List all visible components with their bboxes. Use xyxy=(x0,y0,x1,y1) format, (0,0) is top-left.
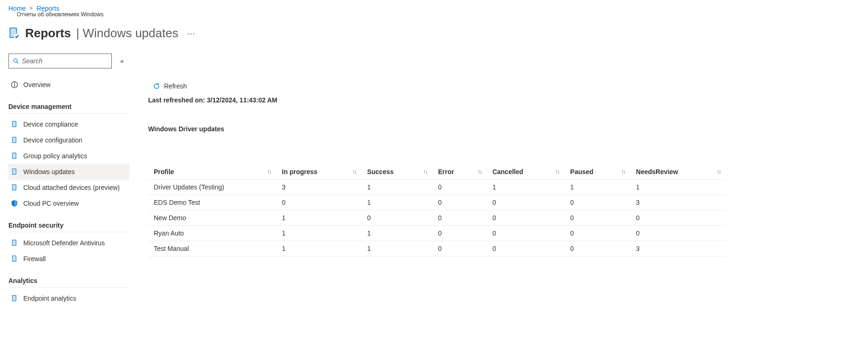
col-needsreview-label: NeedsReview xyxy=(636,168,678,175)
page-title-strong: Reports xyxy=(25,26,71,40)
cell-success: 0 xyxy=(362,210,432,226)
cell-paused: 0 xyxy=(565,226,630,241)
cell-inprogress: 1 xyxy=(276,226,362,241)
cell-success: 1 xyxy=(362,180,432,195)
section-analytics: Analytics xyxy=(8,277,130,288)
col-profile-label: Profile xyxy=(154,168,174,175)
section-endpoint-security: Endpoint security xyxy=(8,222,130,232)
more-actions-button[interactable]: ⋯ xyxy=(183,27,200,40)
document-icon xyxy=(10,168,19,175)
cell-inprogress: 1 xyxy=(276,241,362,256)
cell-success: 1 xyxy=(362,226,432,241)
driver-updates-table: Profile↑↓ In progress↑↓ Success↑↓ Error↑… xyxy=(148,164,726,256)
document-icon xyxy=(10,255,19,263)
nav-group-policy-analytics[interactable]: Group policy analytics xyxy=(8,148,130,164)
subcaption: Отчеты об обновлениях Windows xyxy=(17,11,860,18)
cell-error: 0 xyxy=(432,226,487,241)
nav-defender-antivirus-label: Microsoft Defender Antivirus xyxy=(23,239,105,247)
cell-cancelled: 0 xyxy=(487,210,565,226)
cell-paused: 0 xyxy=(565,210,630,226)
sort-icon: ↑↓ xyxy=(717,168,720,175)
cell-cancelled: 0 xyxy=(487,241,565,256)
table-row[interactable]: Test Manual110003 xyxy=(148,241,726,256)
col-paused[interactable]: Paused↑↓ xyxy=(565,164,630,180)
cell-profile: Test Manual xyxy=(148,241,276,256)
document-icon xyxy=(10,152,19,160)
col-inprogress[interactable]: In progress↑↓ xyxy=(276,164,362,180)
nav-device-configuration-label: Device configuration xyxy=(23,136,82,144)
nav-defender-antivirus[interactable]: Microsoft Defender Antivirus xyxy=(8,235,130,251)
refresh-label: Refresh xyxy=(164,82,187,90)
cell-profile: New Demo xyxy=(148,210,276,226)
table-row[interactable]: Ryan Auto110000 xyxy=(148,226,726,241)
col-success-label: Success xyxy=(367,168,394,175)
reports-header-icon xyxy=(7,27,21,40)
cell-inprogress: 0 xyxy=(276,195,362,210)
search-input[interactable] xyxy=(22,57,108,65)
info-icon xyxy=(10,81,19,88)
table-row[interactable]: EDS Demo Test010003 xyxy=(148,195,726,210)
col-needsreview[interactable]: NeedsReview↑↓ xyxy=(630,164,726,180)
search-box[interactable] xyxy=(8,54,112,68)
sort-icon: ↑↓ xyxy=(478,168,481,175)
sort-icon: ↑↓ xyxy=(352,168,356,175)
sort-icon: ↑↓ xyxy=(621,168,625,175)
cell-needsreview: 0 xyxy=(630,210,726,226)
cell-paused: 1 xyxy=(565,180,630,195)
page-title: Reports | Windows updates xyxy=(25,26,178,40)
nav-overview[interactable]: Overview xyxy=(8,77,130,93)
collapse-sidebar-button[interactable]: « xyxy=(118,57,126,65)
chevron-right-icon: > xyxy=(29,5,33,12)
col-error[interactable]: Error↑↓ xyxy=(432,164,487,180)
cell-needsreview: 3 xyxy=(630,195,726,210)
col-cancelled[interactable]: Cancelled↑↓ xyxy=(487,164,565,180)
nav-endpoint-analytics-label: Endpoint analytics xyxy=(23,295,76,302)
nav-cloud-pc-overview-label: Cloud PC overview xyxy=(23,200,79,207)
sort-icon: ↑↓ xyxy=(267,168,271,175)
page-title-light: | Windows updates xyxy=(76,26,178,40)
document-icon xyxy=(10,295,19,302)
refresh-button[interactable]: Refresh xyxy=(153,82,860,90)
col-error-label: Error xyxy=(438,168,454,175)
table-row[interactable]: Driver Updates (Testing)310111 xyxy=(148,180,726,195)
nav-firewall-label: Firewall xyxy=(23,255,46,263)
col-inprogress-label: In progress xyxy=(282,168,317,175)
nav-firewall[interactable]: Firewall xyxy=(8,251,130,267)
cell-error: 0 xyxy=(432,180,487,195)
cell-paused: 0 xyxy=(565,195,630,210)
nav-device-compliance-label: Device compliance xyxy=(23,121,78,128)
last-refreshed-label: Last refreshed on: xyxy=(148,96,207,104)
refresh-icon xyxy=(153,82,160,90)
nav-cloud-attached-devices[interactable]: Cloud attached devices (preview) xyxy=(8,180,130,195)
col-success[interactable]: Success↑↓ xyxy=(362,164,432,180)
cell-needsreview: 1 xyxy=(630,180,726,195)
cell-cancelled: 0 xyxy=(487,226,565,241)
col-profile[interactable]: Profile↑↓ xyxy=(148,164,276,180)
nav-group-policy-analytics-label: Group policy analytics xyxy=(23,152,87,160)
cell-profile: Driver Updates (Testing) xyxy=(148,180,276,195)
table-title: Windows Driver updates xyxy=(148,125,860,133)
nav-device-configuration[interactable]: Device configuration xyxy=(8,132,130,148)
search-icon xyxy=(13,58,19,64)
cloud-icon xyxy=(10,200,19,207)
cell-needsreview: 0 xyxy=(630,226,726,241)
cell-success: 1 xyxy=(362,195,432,210)
last-refreshed: Last refreshed on: 3/12/2024, 11:43:02 A… xyxy=(148,96,860,104)
col-paused-label: Paused xyxy=(570,168,594,175)
nav-windows-updates[interactable]: Windows updates xyxy=(8,164,130,180)
col-cancelled-label: Cancelled xyxy=(492,168,523,175)
sort-icon: ↑↓ xyxy=(423,168,427,175)
cell-inprogress: 3 xyxy=(276,180,362,195)
nav-windows-updates-label: Windows updates xyxy=(23,168,75,175)
cell-error: 0 xyxy=(432,195,487,210)
nav-overview-label: Overview xyxy=(23,81,50,88)
cell-cancelled: 1 xyxy=(487,180,565,195)
table-row[interactable]: New Demo100000 xyxy=(148,210,726,226)
nav-device-compliance[interactable]: Device compliance xyxy=(8,116,130,132)
last-refreshed-value: 3/12/2024, 11:43:02 AM xyxy=(207,96,277,104)
cell-success: 1 xyxy=(362,241,432,256)
nav-endpoint-analytics[interactable]: Endpoint analytics xyxy=(8,290,130,306)
nav-cloud-pc-overview[interactable]: Cloud PC overview xyxy=(8,195,130,211)
section-device-management: Device management xyxy=(8,103,130,114)
nav-cloud-attached-devices-label: Cloud attached devices (preview) xyxy=(23,184,120,191)
